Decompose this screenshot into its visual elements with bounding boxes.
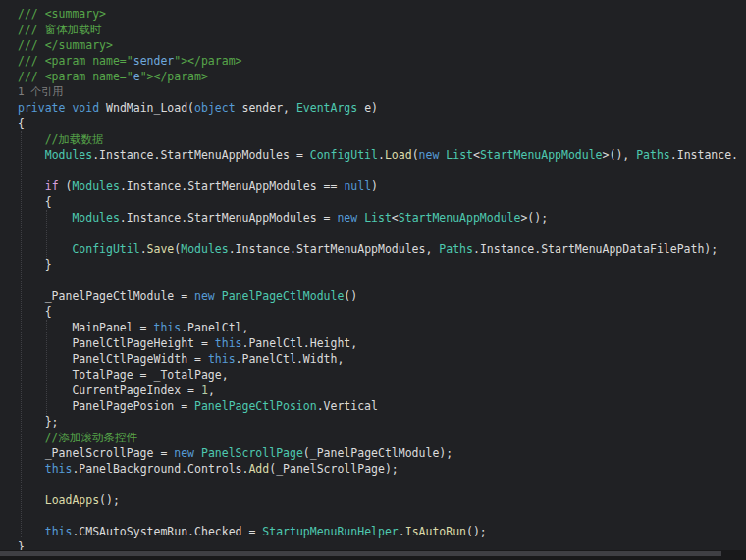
code-line: {	[18, 116, 746, 131]
code-line: }	[18, 257, 746, 273]
code-token: Save	[147, 242, 175, 256]
code-line: /// <param name="e"></param>	[18, 69, 746, 84]
code-token: List	[446, 148, 473, 162]
code-token: object	[194, 101, 236, 115]
code-token: this	[153, 321, 181, 334]
code-token: >(),	[603, 148, 637, 162]
code-token: new	[174, 446, 194, 460]
code-line: /// <summary>	[18, 6, 746, 22]
code-line: PanelCtlPageWidth = this.PanelCtl.Width,	[18, 351, 746, 367]
code-token: WndMain_Load(	[99, 101, 194, 115]
code-line: Modules.Instance.StartMenuAppModules = n…	[18, 210, 746, 226]
code-token: new	[337, 211, 357, 225]
code-token: ConfigUtil	[72, 242, 139, 256]
code-token: this	[208, 352, 236, 366]
code-token: )	[371, 179, 378, 193]
code-token: .Instance.StartMenuAppDataFilePath);	[473, 242, 718, 256]
code-token: .PanelBackground.Controls.	[72, 462, 248, 476]
code-token: MainPanel =	[18, 321, 153, 334]
code-line: this.CMSAutoSystemRun.Checked = StartupM…	[18, 524, 746, 539]
code-token: .	[399, 525, 405, 538]
indent-guide	[46, 210, 47, 259]
code-token: .Instance.StartMenuAppModules =	[92, 148, 310, 162]
code-token: /// <summary>	[18, 7, 106, 21]
code-token: TotalPage = _TotalPage,	[18, 368, 229, 382]
code-token: void	[72, 101, 99, 115]
code-token	[18, 525, 45, 538]
code-line: this.PanelBackground.Controls.Add(_Panel…	[18, 461, 746, 477]
code-token: Modules	[72, 179, 119, 193]
code-token: LoadApps	[45, 493, 99, 507]
code-token: ()	[344, 289, 357, 303]
code-line: Modules.Instance.StartMenuAppModules = C…	[18, 147, 746, 163]
code-token: StartupMenuRunHelper	[262, 525, 398, 538]
code-token	[18, 211, 72, 225]
code-token	[215, 289, 222, 303]
code-token: //添加滚动条控件	[18, 431, 137, 444]
code-line: /// 窗体加载时	[18, 22, 746, 37]
code-token: PanelScrollPage	[201, 446, 303, 460]
code-token: StartMenuAppModule	[399, 211, 521, 225]
code-editor[interactable]: /// <summary>/// 窗体加载时/// </summary>/// …	[0, 0, 746, 560]
code-token: .Vertical	[317, 399, 378, 413]
code-token: Modules	[181, 242, 228, 256]
code-line	[18, 226, 746, 241]
code-line: _PanelScrollPage = new PanelScrollPage(_…	[18, 445, 746, 461]
code-line: //添加滚动条控件	[18, 430, 746, 445]
code-line: {	[18, 194, 746, 210]
code-token	[18, 493, 45, 507]
code-token: List	[364, 211, 392, 225]
code-line: };	[18, 414, 746, 430]
code-token: PanelPageCtlModule	[222, 289, 345, 303]
code-token: this	[45, 525, 73, 538]
code-token: .PanelCtl.Width,	[236, 352, 345, 366]
indent-guide	[21, 131, 22, 537]
code-token: StartMenuAppModule	[480, 148, 603, 162]
code-token: ();	[466, 525, 487, 538]
code-token: ConfigUtil	[310, 148, 378, 162]
code-token: };	[18, 415, 59, 429]
code-token: (_PanelScrollPage);	[269, 462, 399, 476]
code-token: Modules	[45, 148, 92, 162]
code-line: TotalPage = _TotalPage,	[18, 367, 746, 382]
code-token: (	[59, 179, 73, 193]
code-token: new	[419, 148, 440, 162]
code-token: (	[412, 148, 419, 162]
code-line: /// <param name="sender"></param>	[18, 53, 746, 69]
code-line: _PanelPageCtlModule = new PanelPageCtlMo…	[18, 288, 746, 304]
code-token: }	[18, 258, 52, 272]
code-token: /// </summary>	[18, 38, 113, 52]
horizontal-scrollbar[interactable]	[0, 550, 746, 560]
code-line: //加载数据	[18, 131, 746, 147]
code-token: >();	[520, 211, 548, 225]
code-token: this	[45, 462, 73, 476]
code-token	[194, 446, 201, 460]
code-line: MainPanel = this.PanelCtl,	[18, 320, 746, 335]
code-token: //加载数据	[18, 132, 104, 146]
code-token: .	[378, 148, 385, 162]
code-token: new	[194, 289, 215, 303]
code-token	[18, 462, 45, 476]
code-token: 1 个引用	[18, 85, 63, 98]
code-token: Load	[385, 148, 412, 162]
code-token	[18, 179, 45, 193]
code-token: /// <param name="	[18, 70, 133, 83]
code-token: Modules	[72, 211, 119, 225]
code-line: PanelPagePosion = PanelPageCtlPosion.Ver…	[18, 398, 746, 414]
scrollbar-thumb[interactable]	[0, 551, 721, 556]
code-line	[18, 273, 746, 288]
code-token: {	[18, 117, 25, 130]
code-token: .Instance.	[670, 148, 738, 162]
code-line	[18, 163, 746, 178]
code-token: /// 窗体加载时	[18, 23, 101, 36]
code-token: {	[18, 305, 52, 319]
code-token: _PanelScrollPage =	[18, 446, 174, 460]
code-token: <	[473, 148, 480, 162]
code-token: _PanelPageCtlModule =	[18, 289, 194, 303]
code-line: /// </summary>	[18, 37, 746, 53]
code-token: ();	[99, 493, 120, 507]
code-token: }	[18, 540, 25, 550]
code-area[interactable]: /// <summary>/// 窗体加载时/// </summary>/// …	[0, 0, 746, 550]
codelens-reference-count[interactable]: 1 个引用	[18, 84, 746, 100]
code-token	[18, 148, 45, 162]
